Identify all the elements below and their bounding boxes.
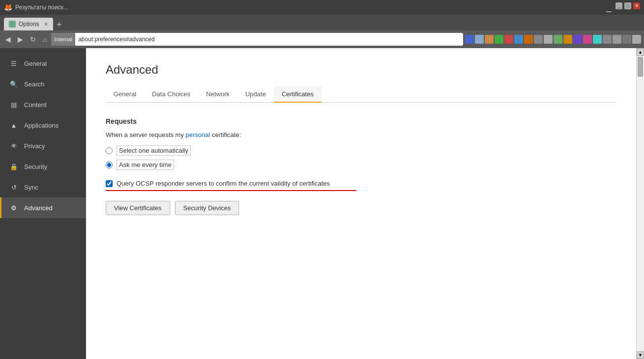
security-nav-icon: 🔒 bbox=[9, 162, 18, 171]
request-desc-before: When a server requests my bbox=[106, 131, 186, 138]
toolbar-icon-1[interactable] bbox=[534, 35, 543, 44]
radio-ask-label[interactable]: Ask me every time bbox=[117, 160, 174, 170]
ocsp-checkbox[interactable] bbox=[106, 180, 113, 187]
toolbar-icon-5[interactable] bbox=[573, 35, 582, 44]
tab-general[interactable]: General bbox=[106, 86, 144, 103]
toolbar-icon-3[interactable] bbox=[554, 35, 562, 44]
request-description: When a server requests my personal certi… bbox=[106, 131, 616, 138]
scroll-down-arrow[interactable]: ▼ bbox=[637, 351, 644, 359]
tab-options-label: Options bbox=[19, 21, 39, 28]
nav-bar: ◀ ▶ ↻ ⌂ Internal bbox=[0, 30, 644, 48]
tab-update[interactable]: Update bbox=[237, 86, 274, 103]
address-label: Internal bbox=[51, 33, 75, 46]
fire-icon[interactable] bbox=[524, 35, 533, 44]
sidebar-security-label: Security bbox=[24, 163, 47, 170]
reload-button[interactable]: ↻ bbox=[28, 34, 38, 44]
request-desc-after: certificate: bbox=[210, 131, 241, 138]
back-button[interactable]: ◀ bbox=[3, 34, 13, 44]
tab-network[interactable]: Network bbox=[198, 86, 237, 103]
personal-link[interactable]: personal bbox=[186, 131, 210, 138]
general-icon: ☰ bbox=[9, 59, 18, 68]
view-certificates-button[interactable]: View Certificates bbox=[106, 201, 170, 215]
toolbar-icon-4[interactable] bbox=[563, 35, 572, 44]
tab-bar: Options ✕ + bbox=[0, 15, 644, 30]
security-devices-button[interactable]: Security Devices bbox=[175, 201, 239, 215]
requests-title: Requests bbox=[106, 117, 616, 125]
sidebar-general-label: General bbox=[24, 60, 47, 67]
sidebar-item-content[interactable]: ▤ Content bbox=[0, 94, 86, 115]
window-controls: ⎯ _ □ ✕ bbox=[604, 2, 640, 13]
sidebar-item-privacy[interactable]: 👁 Privacy bbox=[0, 136, 86, 156]
browser-chrome: 🦊 Результаты поиск... ⎯ _ □ ✕ Options ✕ … bbox=[0, 0, 644, 48]
grid-icon-3[interactable] bbox=[622, 35, 631, 44]
tab-certificates[interactable]: Certificates bbox=[274, 86, 322, 103]
radio-select-auto[interactable] bbox=[106, 147, 113, 154]
radio-group: Select one automatically Ask me every ti… bbox=[106, 145, 616, 170]
page-title: Advanced bbox=[106, 63, 616, 77]
sidebar-item-security[interactable]: 🔒 Security bbox=[0, 156, 86, 177]
tab-close-icon[interactable]: ✕ bbox=[44, 21, 48, 28]
sidebar-item-general[interactable]: ☰ General bbox=[0, 53, 86, 74]
main-area: ☰ General 🔍 Search ▤ Content ▲ Applicati… bbox=[0, 48, 644, 359]
advanced-icon: ⚙ bbox=[9, 203, 18, 212]
sidebar-applications-label: Applications bbox=[24, 122, 59, 129]
forward-button[interactable]: ▶ bbox=[15, 34, 26, 44]
sidebar-item-sync[interactable]: ↺ Sync bbox=[0, 177, 86, 197]
address-bar-container: Internal bbox=[51, 33, 463, 46]
browser-tab-options[interactable]: Options ✕ bbox=[4, 18, 53, 30]
hamburger-icon[interactable] bbox=[632, 35, 641, 44]
ocsp-label[interactable]: Query OCSP responder servers to confirm … bbox=[117, 180, 330, 187]
sidebar-sync-label: Sync bbox=[24, 184, 38, 191]
minimize-button[interactable]: _ bbox=[615, 2, 622, 9]
address-input[interactable] bbox=[75, 36, 463, 43]
toolbar-icons bbox=[465, 35, 641, 44]
toolbar-icon-7[interactable] bbox=[593, 35, 602, 44]
bookmark-icon[interactable] bbox=[465, 35, 474, 44]
radio-select-label[interactable]: Select one automatically bbox=[117, 145, 191, 156]
checkbox-row-ocsp: Query OCSP responder servers to confirm … bbox=[106, 180, 616, 187]
restore-button[interactable]: □ bbox=[624, 2, 631, 9]
close-button[interactable]: ✕ bbox=[633, 2, 640, 9]
title-bar: 🦊 Результаты поиск... ⎯ _ □ ✕ bbox=[0, 0, 644, 15]
sync-icon: ↺ bbox=[9, 183, 18, 192]
scroll-track[interactable] bbox=[637, 56, 644, 351]
privacy-icon: 👁 bbox=[9, 141, 18, 150]
sidebar-item-advanced[interactable]: ⚙ Advanced bbox=[0, 197, 86, 218]
tab-data-choices[interactable]: Data Choices bbox=[144, 86, 198, 103]
sidebar-search-label: Search bbox=[24, 81, 44, 88]
red-underline bbox=[106, 190, 356, 191]
sidebar-advanced-label: Advanced bbox=[24, 204, 53, 212]
window-title: Результаты поиск... bbox=[15, 4, 68, 11]
right-scrollbar: ▲ ▼ bbox=[636, 48, 644, 359]
extensions-icon[interactable] bbox=[495, 35, 503, 44]
pin-icon[interactable]: ⎯ bbox=[604, 2, 614, 13]
scroll-up-arrow[interactable]: ▲ bbox=[637, 48, 644, 56]
grid-icon[interactable] bbox=[603, 35, 612, 44]
grid-icon-2[interactable] bbox=[613, 35, 621, 44]
home-button[interactable]: ⌂ bbox=[40, 34, 49, 44]
radio-item-select: Select one automatically bbox=[106, 145, 616, 156]
sidebar-content-label: Content bbox=[24, 101, 47, 109]
toolbar-icon-2[interactable] bbox=[544, 35, 553, 44]
browser-logo-icon: 🦊 bbox=[4, 3, 12, 11]
security-icon2[interactable] bbox=[504, 35, 513, 44]
addon-icon[interactable] bbox=[514, 35, 523, 44]
star-icon[interactable] bbox=[475, 35, 484, 44]
sidebar: ☰ General 🔍 Search ▤ Content ▲ Applicati… bbox=[0, 48, 86, 359]
certificates-section: Requests When a server requests my perso… bbox=[106, 117, 616, 215]
menu-icon[interactable] bbox=[485, 35, 494, 44]
tab-options-icon bbox=[9, 21, 16, 28]
scroll-thumb[interactable] bbox=[638, 57, 643, 77]
radio-ask-every-time[interactable] bbox=[106, 162, 113, 168]
radio-item-ask: Ask me every time bbox=[106, 160, 616, 170]
options-tab-list: General Data Choices Network Update Cert… bbox=[106, 86, 616, 103]
buttons-row: View Certificates Security Devices bbox=[106, 201, 616, 215]
sidebar-item-search[interactable]: 🔍 Search bbox=[0, 74, 86, 94]
applications-icon: ▲ bbox=[9, 121, 18, 130]
new-tab-button[interactable]: + bbox=[53, 19, 65, 30]
content-area: Advanced General Data Choices Network Up… bbox=[86, 48, 636, 359]
sidebar-item-applications[interactable]: ▲ Applications bbox=[0, 115, 86, 136]
toolbar-icon-6[interactable] bbox=[583, 35, 592, 44]
search-icon: 🔍 bbox=[9, 80, 18, 88]
content-icon: ▤ bbox=[9, 100, 18, 109]
